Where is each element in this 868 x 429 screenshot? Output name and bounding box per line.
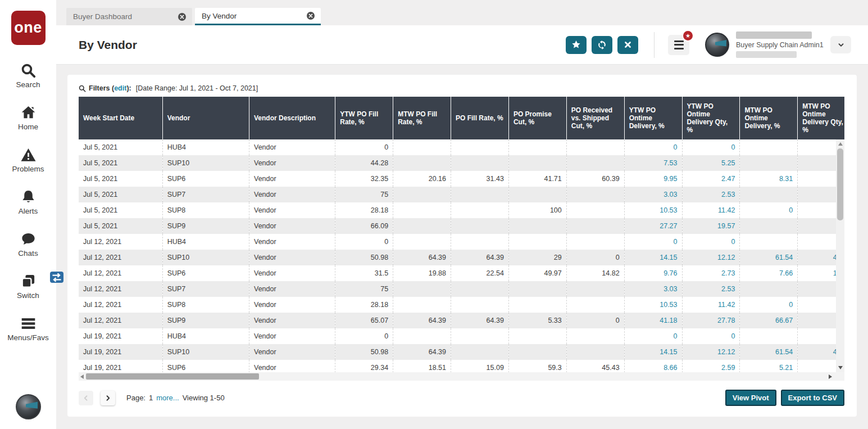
drilldown-cell[interactable]: 2.53 — [682, 187, 740, 202]
column-header[interactable]: MTW PO Ontime Delivery, % — [740, 97, 798, 139]
user-avatar[interactable] — [705, 33, 729, 57]
drilldown-cell[interactable]: 27.78 — [682, 313, 740, 328]
drilldown-cell[interactable]: 2.73 — [682, 265, 740, 281]
column-header[interactable]: PO Received vs. Shipped Cut, % — [566, 97, 624, 139]
chats-icon — [21, 232, 36, 247]
drilldown-cell[interactable]: 3.03 — [624, 281, 682, 297]
drilldown-cell[interactable]: 2.47 — [682, 171, 740, 187]
drilldown-cell[interactable]: 0 — [624, 328, 682, 344]
drilldown-cell[interactable]: 5.25 — [682, 155, 740, 171]
sidebar: one SearchHomeProblemsAlertsChatsSwitchM… — [0, 0, 56, 429]
more-pages-link[interactable]: more... — [156, 394, 179, 402]
drilldown-cell[interactable]: 14.15 — [624, 344, 682, 360]
close-circle-icon[interactable] — [306, 11, 315, 20]
page-number[interactable]: 1 — [149, 394, 153, 402]
table-cell — [740, 328, 798, 344]
filters-edit-link[interactable]: edit — [114, 84, 126, 92]
tab-buyer-dashboard[interactable]: Buyer Dashboard — [66, 8, 192, 25]
horizontal-scroll-thumb[interactable] — [86, 373, 259, 380]
column-header[interactable]: Vendor — [162, 97, 249, 139]
export-csv-button[interactable]: Export to CSV — [781, 390, 844, 406]
sidebar-item-switch[interactable]: Switch — [7, 274, 49, 300]
column-header[interactable]: YTW PO Ontime Delivery, % — [624, 97, 682, 139]
drilldown-cell[interactable]: 0 — [682, 139, 740, 155]
drilldown-cell[interactable]: 8.66 — [624, 360, 682, 372]
drilldown-cell[interactable]: 0 — [624, 139, 682, 155]
close-x-icon — [623, 40, 633, 49]
drilldown-cell[interactable]: 61.54 — [740, 250, 798, 265]
column-header[interactable]: YTW PO Fill Rate, % — [335, 97, 393, 139]
table-cell — [566, 344, 624, 360]
column-header[interactable]: MTW PO Fill Rate, % — [393, 97, 451, 139]
drilldown-cell[interactable]: 66.67 — [740, 313, 798, 328]
drilldown-cell[interactable]: 27.27 — [624, 218, 682, 234]
sidebar-item-menus-favs[interactable]: Menus/Favs — [7, 316, 49, 342]
prev-page-button[interactable] — [79, 391, 93, 405]
favorite-button[interactable] — [566, 36, 587, 54]
drilldown-cell[interactable]: 3.03 — [624, 187, 682, 202]
table-cell — [740, 218, 798, 234]
sidebar-item-search[interactable]: Search — [7, 63, 49, 89]
tab-by-vendor[interactable]: By Vendor — [195, 8, 321, 25]
column-header[interactable]: YTW PO Ontime Delivery Qty, % — [682, 97, 740, 139]
close-circle-icon[interactable] — [178, 12, 187, 21]
drilldown-cell[interactable]: 2.53 — [682, 281, 740, 297]
view-pivot-button[interactable]: View Pivot — [725, 390, 776, 406]
sidebar-item-chats[interactable]: Chats — [7, 232, 49, 258]
column-header[interactable]: Week Start Date — [79, 97, 162, 139]
table-cell: 100 — [508, 202, 566, 218]
drilldown-cell[interactable]: 10.53 — [624, 202, 682, 218]
one-logo[interactable]: one — [11, 11, 46, 45]
footer-actions: View Pivot Export to CSV — [725, 390, 844, 406]
table-cell: HUB4 — [162, 234, 249, 250]
drilldown-cell[interactable]: 5.21 — [740, 360, 798, 372]
column-header[interactable]: MTW PO Ontime Delivery Qty, % — [798, 97, 844, 139]
scroll-up-arrow-icon[interactable] — [838, 142, 843, 146]
drilldown-cell[interactable]: 0 — [740, 297, 798, 313]
drilldown-cell[interactable]: 12.12 — [682, 344, 740, 360]
sidebar-item-home[interactable]: Home — [7, 105, 49, 131]
scroll-left-arrow-icon[interactable] — [80, 374, 84, 379]
table-cell: Jul 5, 2021 — [79, 171, 162, 187]
table-cell — [508, 281, 566, 297]
vertical-scroll-thumb[interactable] — [837, 148, 843, 220]
report-card: Filters (edit): [Date Range: Jul 1, 2021… — [67, 75, 857, 417]
vertical-scrollbar[interactable] — [836, 139, 844, 372]
table-cell: SUP6 — [162, 171, 249, 187]
drilldown-cell[interactable]: 14.15 — [624, 250, 682, 265]
user-menu-button[interactable] — [830, 36, 851, 53]
drilldown-cell[interactable]: 41.18 — [624, 313, 682, 328]
drilldown-cell[interactable]: 11.42 — [682, 297, 740, 313]
redacted-text-top — [736, 31, 812, 39]
drilldown-cell[interactable]: 10.53 — [624, 297, 682, 313]
drilldown-cell[interactable]: 61.54 — [740, 344, 798, 360]
drilldown-cell[interactable]: 9.95 — [624, 171, 682, 187]
drilldown-cell[interactable]: 0 — [740, 202, 798, 218]
table-cell: Vendor — [249, 313, 335, 328]
drilldown-cell[interactable]: 7.66 — [740, 265, 798, 281]
table-cell — [566, 218, 624, 234]
quick-menu-button[interactable]: ★ — [668, 35, 689, 55]
drilldown-cell[interactable]: 8.31 — [740, 171, 798, 187]
drilldown-cell[interactable]: 19.57 — [682, 218, 740, 234]
close-button[interactable] — [617, 36, 638, 54]
column-header[interactable]: Vendor Description — [249, 97, 335, 139]
drilldown-cell[interactable]: 11.42 — [682, 202, 740, 218]
refresh-button[interactable] — [592, 36, 612, 54]
drilldown-cell[interactable]: 7.53 — [624, 155, 682, 171]
column-header[interactable]: PO Fill Rate, % — [451, 97, 509, 139]
drilldown-cell[interactable]: 12.12 — [682, 250, 740, 265]
drilldown-cell[interactable]: 0 — [682, 234, 740, 250]
drilldown-cell[interactable]: 0 — [682, 328, 740, 344]
sidebar-item-alerts[interactable]: Alerts — [7, 189, 49, 215]
drilldown-cell[interactable]: 2.59 — [682, 360, 740, 372]
sidebar-avatar[interactable] — [16, 394, 41, 419]
scroll-right-arrow-icon[interactable] — [829, 374, 832, 379]
drilldown-cell[interactable]: 9.76 — [624, 265, 682, 281]
column-header[interactable]: PO Promise Cut, % — [508, 97, 566, 139]
drilldown-cell[interactable]: 0 — [624, 234, 682, 250]
horizontal-scrollbar[interactable] — [79, 372, 844, 381]
sidebar-item-problems[interactable]: Problems — [7, 147, 49, 173]
next-page-button[interactable] — [101, 391, 115, 405]
scroll-down-arrow-icon[interactable] — [838, 366, 843, 369]
